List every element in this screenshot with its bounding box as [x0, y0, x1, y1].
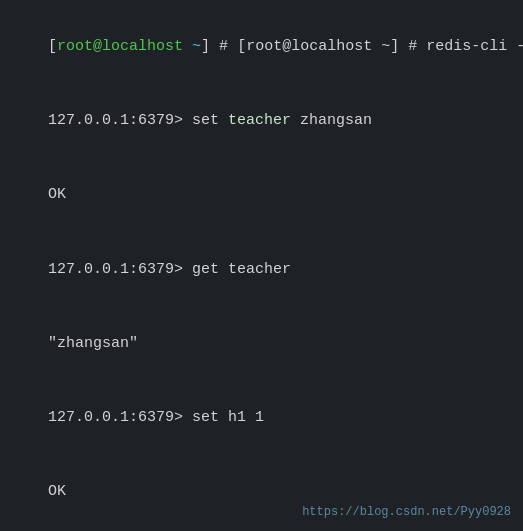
bracket-open: [	[48, 38, 57, 55]
tilde: ~	[192, 38, 201, 55]
line-6: 127.0.0.1:6379> set h1 1	[12, 381, 511, 455]
value-zhangsan: "zhangsan"	[48, 335, 138, 352]
line-1: [root@localhost ~] # [root@localhost ~] …	[12, 10, 511, 84]
cmd-6: set h1 1	[192, 409, 264, 426]
val-2: zhangsan	[291, 112, 372, 129]
redis-prompt-2: 127.0.0.1:6379>	[48, 112, 192, 129]
cmd-2: set	[192, 112, 228, 129]
line-2: 127.0.0.1:6379> set teacher zhangsan	[12, 84, 511, 158]
terminal-window: [root@localhost ~] # [root@localhost ~] …	[0, 0, 523, 531]
hash: #	[210, 38, 237, 55]
user-host: root@localhost	[57, 38, 183, 55]
line-3: OK	[12, 159, 511, 233]
bracket-space	[183, 38, 192, 55]
ok-2: OK	[48, 483, 66, 500]
ok-1: OK	[48, 186, 66, 203]
key-teacher: teacher	[228, 112, 291, 129]
watermark: https://blog.csdn.net/Pyy0928	[302, 505, 511, 519]
bracket-close: ]	[201, 38, 210, 55]
redis-prompt-6: 127.0.0.1:6379>	[48, 409, 192, 426]
shell-command: [root@localhost ~] # redis-cli -p 6379	[237, 38, 523, 55]
cmd-4: get teacher	[192, 261, 291, 278]
redis-prompt-4: 127.0.0.1:6379>	[48, 261, 192, 278]
line-5: "zhangsan"	[12, 307, 511, 381]
line-4: 127.0.0.1:6379> get teacher	[12, 233, 511, 307]
